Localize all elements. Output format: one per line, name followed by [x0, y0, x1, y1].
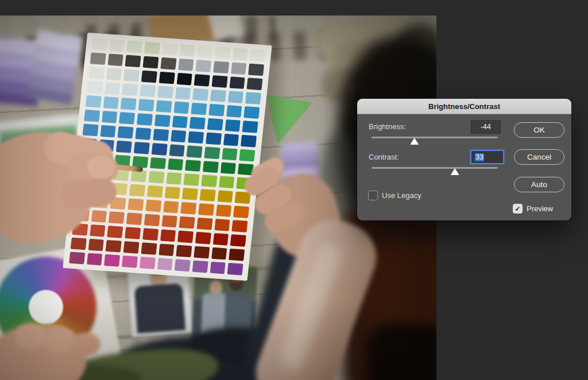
swatch — [182, 188, 198, 200]
swatch — [123, 241, 140, 254]
swatch — [247, 77, 263, 90]
swatch — [176, 73, 192, 86]
swatch — [210, 90, 226, 102]
swatch — [233, 206, 249, 219]
photoshop-workspace: Brightness/Contrast Brightness: -44 Cont… — [0, 0, 588, 380]
ok-button[interactable]: OK — [514, 122, 564, 138]
swatch — [136, 127, 152, 140]
swatch — [87, 81, 103, 94]
swatch — [214, 219, 230, 231]
contrast-slider-track[interactable] — [372, 167, 498, 169]
swatch — [118, 126, 134, 139]
swatch — [152, 143, 168, 156]
brightness-slider-track[interactable] — [372, 137, 498, 138]
swatch — [210, 262, 226, 274]
swatch — [88, 67, 105, 79]
swatch — [107, 53, 123, 66]
swatch — [195, 232, 211, 245]
swatch — [177, 231, 194, 243]
swatch — [148, 171, 164, 184]
cancel-button[interactable]: Cancel — [514, 149, 564, 165]
swatch — [180, 202, 196, 215]
swatch — [161, 215, 177, 228]
swatch — [121, 98, 137, 110]
contrast-slider-thumb[interactable] — [451, 168, 459, 175]
swatch — [200, 189, 216, 202]
swatch — [153, 129, 169, 141]
auto-button[interactable]: Auto — [514, 177, 564, 192]
swatch — [106, 240, 122, 253]
swatch — [194, 246, 210, 259]
swatch — [230, 234, 246, 247]
swatch — [88, 239, 104, 251]
brightness-slider[interactable] — [372, 137, 498, 146]
dialog-title: Brightness/Contrast — [428, 102, 500, 111]
swatch — [69, 252, 85, 265]
swatch — [232, 220, 248, 232]
knuckle — [72, 332, 100, 356]
swatch — [102, 111, 118, 123]
use-legacy-checkbox[interactable]: ✓ — [368, 191, 378, 200]
swatch — [122, 255, 138, 268]
swatch — [223, 133, 239, 146]
swatch — [216, 205, 232, 218]
swatch — [122, 83, 138, 96]
swatch — [220, 162, 236, 175]
swatch — [194, 74, 210, 87]
preview-checkbox[interactable]: ✓ — [513, 204, 523, 214]
swatch — [195, 60, 211, 72]
swatch — [166, 172, 182, 185]
swatch — [104, 254, 120, 267]
dialog-titlebar[interactable]: Brightness/Contrast — [357, 99, 571, 114]
swatch — [222, 148, 238, 160]
contrast-slider[interactable] — [372, 167, 498, 176]
swatch — [168, 158, 184, 171]
swatch — [175, 87, 191, 100]
swatch — [128, 199, 144, 211]
swatch — [86, 95, 102, 108]
swatch — [91, 38, 107, 51]
swatch — [215, 46, 231, 59]
swatch — [187, 145, 203, 158]
swatch — [245, 92, 261, 104]
left-hand-fingertip — [87, 156, 115, 179]
swatch — [141, 242, 157, 255]
swatch — [173, 101, 189, 114]
swatch — [106, 68, 122, 80]
brightness-contrast-dialog: Brightness/Contrast Brightness: -44 Cont… — [357, 99, 571, 220]
swatch — [138, 99, 154, 111]
swatch — [84, 110, 100, 122]
color-wheel-center — [29, 290, 63, 324]
checkmark-icon: ✓ — [514, 205, 520, 212]
brightness-slider-thumb[interactable] — [410, 138, 419, 145]
knuckle — [14, 323, 46, 350]
swatch — [179, 44, 195, 57]
swatch — [219, 176, 235, 189]
swatch — [140, 257, 156, 269]
swatch — [225, 119, 241, 132]
swatch — [144, 214, 160, 227]
preview-label: Preview — [527, 204, 553, 213]
swatch — [192, 261, 208, 273]
swatch — [158, 244, 175, 257]
swatch — [119, 112, 136, 125]
swatch — [196, 218, 212, 230]
swatch — [141, 70, 157, 83]
swatch — [211, 75, 227, 88]
swatch — [109, 40, 125, 52]
swatch — [211, 247, 227, 260]
swatch — [178, 59, 194, 71]
swatch — [197, 45, 213, 58]
swatch — [162, 43, 178, 56]
contrast-value-field[interactable]: 33 — [470, 150, 504, 164]
brightness-value-field[interactable]: -44 — [471, 120, 501, 134]
swatch — [229, 76, 245, 89]
swatch — [208, 104, 225, 117]
swatch — [189, 117, 206, 129]
swatch — [239, 149, 256, 161]
swatch — [103, 96, 119, 109]
swatch — [185, 160, 201, 172]
swatch — [145, 200, 161, 212]
swatch — [140, 84, 156, 97]
swatch — [227, 263, 243, 276]
